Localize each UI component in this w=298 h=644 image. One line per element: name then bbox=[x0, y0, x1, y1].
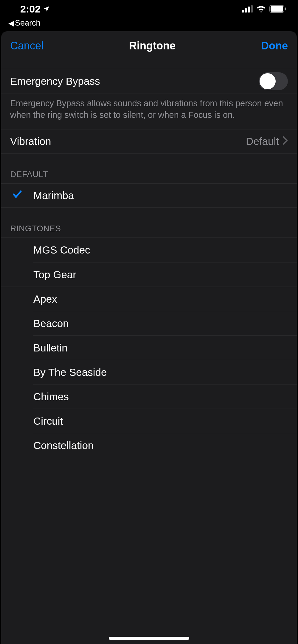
vibration-group: Vibration Default bbox=[1, 129, 297, 154]
default-section-header: DEFAULT bbox=[1, 154, 297, 183]
ringtone-row[interactable]: Beacon bbox=[33, 311, 297, 335]
ringtone-sheet: Cancel Ringtone Done Emergency Bypass Em… bbox=[1, 31, 297, 644]
ringtone-row[interactable]: MGS Codec bbox=[1, 238, 297, 262]
back-label: Search bbox=[15, 18, 41, 28]
status-left: 2:02 bbox=[20, 3, 50, 15]
ringtone-label: Constellation bbox=[33, 440, 288, 451]
ringtone-row[interactable]: Bulletin bbox=[33, 335, 297, 360]
emergency-bypass-label: Emergency Bypass bbox=[10, 75, 259, 87]
ringtone-label: Apex bbox=[33, 293, 288, 305]
ringtone-label: MGS Codec bbox=[33, 244, 288, 256]
svg-rect-0 bbox=[242, 10, 244, 12]
check-column bbox=[1, 189, 33, 202]
vibration-value: Default bbox=[246, 135, 279, 147]
default-tone-row[interactable]: Marimba bbox=[1, 183, 297, 208]
chevron-right-icon bbox=[283, 135, 288, 147]
cancel-button[interactable]: Cancel bbox=[10, 40, 44, 52]
emergency-bypass-description: Emergency Bypass allows sounds and vibra… bbox=[1, 93, 297, 129]
cellular-signal-icon bbox=[242, 5, 253, 12]
back-caret-icon: ◀ bbox=[8, 19, 14, 27]
svg-rect-2 bbox=[248, 7, 250, 12]
svg-rect-5 bbox=[271, 6, 283, 12]
ringtone-label: Beacon bbox=[33, 318, 288, 329]
ringtone-row[interactable]: Constellation bbox=[33, 433, 297, 457]
nav-bar: Cancel Ringtone Done bbox=[1, 31, 297, 69]
ringtone-row[interactable]: Circuit bbox=[33, 409, 297, 433]
done-button[interactable]: Done bbox=[261, 40, 288, 52]
status-bar: 2:02 bbox=[0, 0, 298, 18]
emergency-bypass-toggle[interactable] bbox=[259, 72, 288, 90]
checkmark-icon bbox=[12, 189, 23, 202]
svg-rect-3 bbox=[251, 5, 253, 12]
default-tone-label: Marimba bbox=[33, 190, 288, 201]
location-icon bbox=[43, 5, 50, 12]
status-time: 2:02 bbox=[20, 3, 41, 15]
status-right bbox=[242, 5, 286, 13]
back-to-search[interactable]: ◀ Search bbox=[0, 18, 298, 31]
emergency-bypass-group: Emergency Bypass Emergency Bypass allows… bbox=[1, 69, 297, 129]
page-title: Ringtone bbox=[129, 40, 176, 52]
ringtone-label: Top Gear bbox=[33, 269, 288, 281]
ringtone-label: Circuit bbox=[33, 415, 288, 427]
ringtones-section-header: RINGTONES bbox=[1, 208, 297, 237]
ringtone-label: By The Seaside bbox=[33, 366, 288, 378]
ringtone-row[interactable]: Chimes bbox=[33, 384, 297, 409]
ringtone-label: Chimes bbox=[33, 391, 288, 403]
ringtone-row[interactable]: Apex bbox=[1, 287, 297, 311]
home-indicator[interactable] bbox=[109, 637, 189, 640]
ringtone-label: Bulletin bbox=[33, 342, 288, 354]
ringtone-row[interactable]: By The Seaside bbox=[33, 360, 297, 384]
battery-icon bbox=[269, 5, 286, 13]
svg-rect-6 bbox=[285, 7, 286, 10]
wifi-icon bbox=[256, 5, 266, 12]
emergency-bypass-row: Emergency Bypass bbox=[1, 69, 297, 93]
vibration-label: Vibration bbox=[10, 135, 246, 147]
vibration-row[interactable]: Vibration Default bbox=[1, 129, 297, 154]
svg-rect-1 bbox=[245, 8, 247, 12]
ringtone-row[interactable]: Top Gear bbox=[33, 262, 297, 287]
toggle-knob bbox=[260, 73, 276, 89]
default-tone-group: Marimba bbox=[1, 183, 297, 208]
ringtones-group: MGS Codec Top Gear Apex Beacon Bulletin … bbox=[1, 237, 297, 457]
